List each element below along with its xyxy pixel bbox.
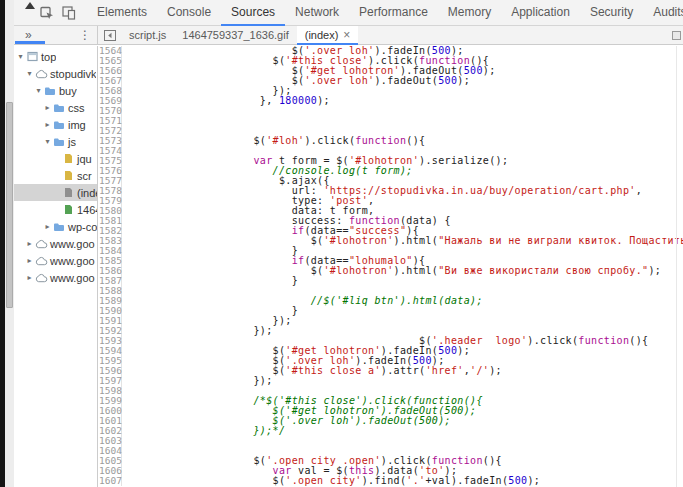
code-text: } [122,306,298,316]
code-line[interactable]: 1572 [99,126,683,136]
code-line[interactable]: 1567 $('.over_loh').fadeOut(500); [99,76,683,86]
panel-tab-network[interactable]: Network [285,0,349,26]
file-tab[interactable]: script.js [121,26,174,45]
code-line[interactable]: 1587 } [99,276,683,286]
code-line[interactable]: 1580 data: t_form, [99,206,683,216]
code-text: $('#loh').click(function(){ [122,136,425,146]
code-line[interactable]: 1607 $('.open_city').find('.'+val).fadeI… [99,476,683,486]
close-tab-icon[interactable]: × [343,30,350,40]
tree-item-css[interactable]: ▸css [14,99,97,116]
code-line[interactable]: 1586 $('#lohotron').html("Ви вже викорис… [99,266,683,276]
code-line[interactable]: 1589 //$('#liq_btn').html(data); [99,296,683,306]
tree-item-stopudivk[interactable]: ▾stopudivk [14,65,97,82]
page-scrollbar-thumb[interactable] [6,102,13,308]
navigator-menu-icon[interactable]: ⋮ [79,27,91,44]
code-line[interactable]: 1605 $('.open_city .open').click(functio… [99,456,683,466]
disclosure-arrow-icon[interactable]: ▸ [25,273,34,282]
folder-icon [52,137,66,147]
disclosure-arrow-icon[interactable]: ▾ [16,52,25,61]
code-line[interactable]: 1603 [99,436,683,446]
disclosure-arrow-icon[interactable]: ▸ [25,239,34,248]
tree-item-label: (inde [75,187,97,199]
code-text [122,386,126,396]
panel-tab-sources[interactable]: Sources [221,0,285,26]
disclosure-arrow-icon[interactable]: ▾ [25,69,34,78]
code-line[interactable]: 1596 $('#this_close a').attr('href','/')… [99,366,683,376]
panel-tab-console[interactable]: Console [157,0,221,26]
disclosure-arrow-icon[interactable]: ▸ [43,120,52,129]
tree-item-top[interactable]: ▾top [14,48,97,65]
tree-item-www-goo[interactable]: ▸www.goo [14,252,97,269]
tree-item-jqu[interactable]: jqu [14,150,97,167]
tree-item-wp-con[interactable]: ▸wp-con [14,218,97,235]
source-editor[interactable]: 1564 $('.over_loh').fadeIn(500);1565 $('… [99,46,683,487]
code-line[interactable]: 1594 $('#get_lohotron').fadeIn(500); [99,346,683,356]
code-line[interactable]: 1602 });*/ [99,426,683,436]
file-tab[interactable]: (index)× [297,26,359,45]
code-line[interactable]: 1570 [99,106,683,116]
code-line[interactable]: 1573 $('#loh').click(function(){ [99,136,683,146]
code-line[interactable]: 1597 }); [99,376,683,386]
disclosure-arrow-icon[interactable]: ▸ [43,103,52,112]
code-line[interactable]: 1604 [99,446,683,456]
device-toolbar-icon[interactable] [62,4,76,22]
panel-tab-security[interactable]: Security [580,0,643,26]
code-line[interactable]: 1583 $('#lohotron').html("Нажаль ви не в… [99,236,683,246]
code-text [122,436,126,446]
code-line[interactable]: 1601 $('.over_loh').fadeOut(500); [99,416,683,426]
scroll-up-arrow-icon[interactable] [25,2,35,9]
code-line[interactable]: 1595 $('.over_loh').fadeIn(500); [99,356,683,366]
panel-tab-application[interactable]: Application [501,0,580,26]
code-line[interactable]: 1566 $('#get_lohotron').fadeOut(500); [99,66,683,76]
code-line[interactable]: 1599 /*$('#this_close').click(function()… [99,396,683,406]
code-line[interactable]: 1578 url: 'https://stopudivka.in.ua/buy/… [99,186,683,196]
code-line[interactable]: 1588 [99,286,683,296]
panel-tab-memory[interactable]: Memory [438,0,501,26]
disclosure-arrow-icon[interactable]: ▸ [25,256,34,265]
code-text: if(data=="success"){ [122,226,419,236]
page-scrollbar-track[interactable] [5,0,14,487]
tree-item-js[interactable]: ▾js [14,133,97,150]
code-line[interactable]: 1598 [99,386,683,396]
tree-item-img[interactable]: ▸img [14,116,97,133]
panel-tab-performance[interactable]: Performance [349,0,438,26]
tree-item--inde[interactable]: (inde [14,184,97,201]
code-line[interactable]: 1571 [99,116,683,126]
code-line[interactable]: 1582 if(data=="success"){ [99,226,683,236]
tree-item-scr[interactable]: scr [14,167,97,184]
tree-item-1464[interactable]: 1464 [14,201,97,218]
more-file-tabs-icon[interactable] [672,31,681,40]
panel-tab-audits[interactable]: Audits [643,0,683,26]
code-line[interactable]: 1564 $('.over_loh').fadeIn(500); [99,46,683,56]
inspect-element-icon[interactable] [40,4,54,22]
disclosure-arrow-icon[interactable]: ▸ [43,222,52,231]
disclosure-arrow-icon[interactable]: ▾ [43,137,52,146]
code-line[interactable]: 1584 } [99,246,683,256]
code-line[interactable]: 1581 success: function(data) { [99,216,683,226]
code-line[interactable]: 1574 [99,146,683,156]
line-number[interactable]: 1607 [99,476,122,486]
code-line[interactable]: 1600 $('#get_lohotron').fadeOut(500); [99,406,683,416]
code-line[interactable]: 1568 }); [99,86,683,96]
code-line[interactable]: 1577 $.ajax({ [99,176,683,186]
toggle-navigator-icon[interactable] [102,26,118,44]
code-line[interactable]: 1591 }); [99,316,683,326]
code-text [122,446,126,456]
tree-item-www-goo[interactable]: ▸www.goo [14,269,97,286]
tree-item-label: www.goo [48,238,95,250]
code-line[interactable]: 1585 if(data=="lohumalo"){ [99,256,683,266]
file-tab[interactable]: 1464759337_1636.gif [174,26,296,45]
code-line[interactable]: 1565 $('#this_close').click(function(){ [99,56,683,66]
code-line[interactable]: 1575 var t_form = $('#lohotron').seriali… [99,156,683,166]
disclosure-arrow-icon[interactable]: ▾ [34,86,43,95]
code-line[interactable]: 1579 type: 'post', [99,196,683,206]
tree-item-www-goo[interactable]: ▸www.goo [14,235,97,252]
code-line[interactable]: 1576 //console.log(t_form); [99,166,683,176]
code-line[interactable]: 1569 }, 180000); [99,96,683,106]
code-line[interactable]: 1592 }); [99,326,683,336]
code-line[interactable]: 1593 $('.header__logo').click(function()… [99,336,683,346]
tree-item-buy[interactable]: ▾buy [14,82,97,99]
code-line[interactable]: 1590 } [99,306,683,316]
panel-tab-elements[interactable]: Elements [87,0,157,26]
code-line[interactable]: 1606 var val = $(this).data('to'); [99,466,683,476]
